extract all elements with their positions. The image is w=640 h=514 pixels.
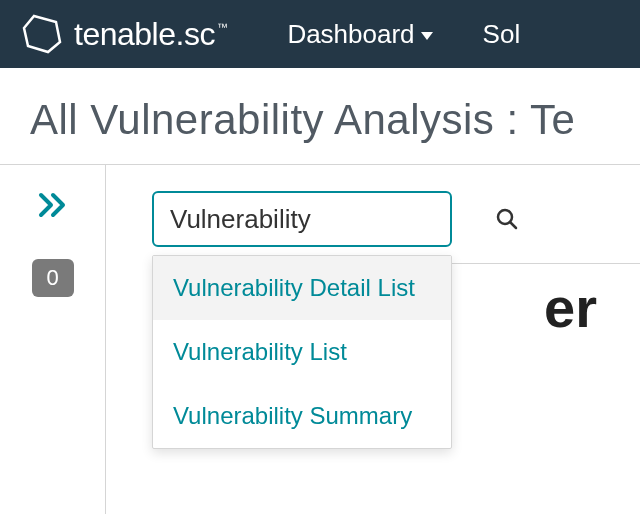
trademark-symbol: ™ [217, 21, 228, 33]
hexagon-icon [20, 12, 64, 56]
page-title: All Vulnerability Analysis : Te [30, 96, 610, 144]
dropdown-item-vulnerability-detail-list[interactable]: Vulnerability Detail List [153, 256, 451, 320]
nav-dashboard-label: Dashboard [287, 19, 414, 50]
background-heading-fragment: er [544, 275, 597, 340]
analysis-tool-dropdown: Vulnerability Detail List Vulnerability … [152, 255, 452, 449]
chevron-double-right-icon [37, 191, 69, 219]
analysis-tool-search[interactable] [152, 191, 452, 247]
filter-count-badge[interactable]: 0 [32, 259, 74, 297]
nav-solutions[interactable]: Sol [483, 19, 521, 50]
main-panel: er Vulnerability Detail List Vulnerabili… [106, 165, 640, 514]
divider-line [452, 263, 640, 264]
svg-line-2 [510, 222, 516, 228]
nav-dashboard[interactable]: Dashboard [287, 19, 432, 50]
content-area: 0 er Vulnerability Detail List Vulnerabi… [0, 165, 640, 514]
chevron-down-icon [421, 32, 433, 40]
top-navigation: tenable.sc™ Dashboard Sol [0, 0, 640, 68]
brand-name: tenable [74, 16, 175, 53]
search-icon[interactable] [495, 207, 519, 231]
dropdown-item-vulnerability-summary[interactable]: Vulnerability Summary [153, 384, 451, 448]
svg-marker-0 [24, 16, 60, 52]
brand-text: tenable.sc™ [74, 16, 227, 53]
sidebar: 0 [0, 165, 106, 514]
expand-sidebar-button[interactable] [37, 191, 69, 219]
brand-suffix: .sc [175, 16, 214, 53]
dropdown-item-vulnerability-list[interactable]: Vulnerability List [153, 320, 451, 384]
brand-logo[interactable]: tenable.sc™ [20, 12, 227, 56]
title-bar: All Vulnerability Analysis : Te [0, 68, 640, 165]
nav-solutions-label: Sol [483, 19, 521, 49]
search-input[interactable] [170, 204, 495, 235]
